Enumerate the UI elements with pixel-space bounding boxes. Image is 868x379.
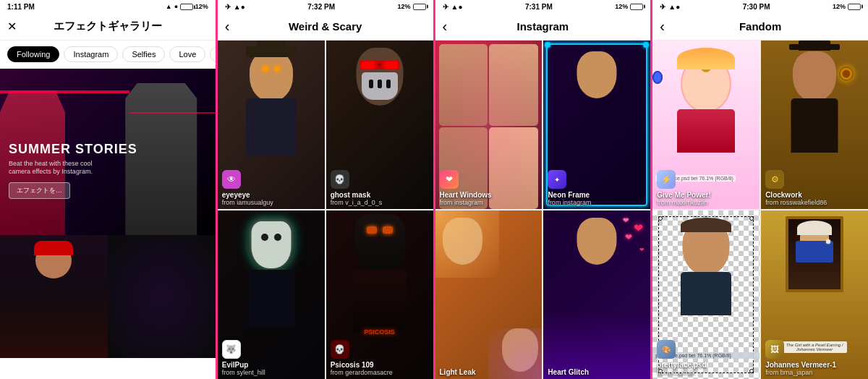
effect-give-me-power[interactable]: prettyface.psd bei 76.1% (RGB/8) ⚡ Give … [652, 41, 760, 209]
label-clockwork: Clockwork from rosswakefield86 [765, 191, 827, 206]
label-ghost-mask: ghost mask from v_i_a_d_0_s [331, 191, 383, 206]
hero-subtitle: Beat the heat with these cool camera eff… [9, 160, 103, 176]
gallery-title: エフェクトギャラリー [54, 20, 162, 33]
hero-text-block: SUMMER STORIES Beat the heat with these … [9, 142, 137, 199]
effect-icon-eyeyeye: 👁 [222, 170, 241, 189]
effect-icon-psicosis: 💀 [331, 340, 349, 359]
tag-selfies[interactable]: Selfies [122, 46, 165, 62]
tag-following[interactable]: Following [7, 46, 59, 62]
effect-icon-give-me-power: ⚡ [657, 170, 676, 189]
effect-icon-heart-windows: ❤ [440, 170, 459, 189]
instagram-title: Instagram [517, 20, 569, 33]
fandom-title: Fandom [739, 20, 781, 33]
weird-scary-grid: 👁 eyeyeye from iamusualguy [218, 41, 433, 379]
status-left-3: ✈ ▲● [443, 3, 463, 11]
panel-weird-scary: ✈ ▲● 7:32 PM 12% ‹ Weird & Scary [218, 0, 435, 379]
airplane-icon-3: ✈ [443, 3, 448, 11]
signal-icon-3: ▲● [451, 3, 463, 11]
label-neon-frame: Neon Frame from instagram [548, 191, 591, 206]
effect-prettyface-psd[interactable]: prettyface.psd bei 76.1% (RGB/8) 🎨 prett… [652, 210, 760, 379]
fandom-grid: prettyface.psd bei 76.1% (RGB/8) ⚡ Give … [652, 41, 868, 379]
back-button-3[interactable]: ‹ [443, 18, 448, 35]
time-3: 7:31 PM [525, 3, 553, 11]
nav-header-4: ‹ Fandom [652, 13, 868, 41]
hero-title: SUMMER STORIES [9, 142, 137, 157]
label-give-me-power: Give Me Power! from maximkuzlin [657, 191, 710, 206]
signal-icon-4: ▲● [668, 3, 680, 11]
panel-effect-gallery: 1:11 PM ▲ ● 12% ✕ エフェクトギャラリー Following I… [0, 0, 218, 379]
status-bar-2: ✈ ▲● 7:32 PM 12% [218, 0, 433, 13]
time-1: 1:11 PM [7, 3, 35, 11]
nav-header-3: ‹ Instagram [435, 13, 651, 41]
signal-icon-1: ▲ [166, 3, 172, 10]
battery-bar-2 [413, 4, 426, 10]
bottom-right-whatever: #WHATEVER [108, 235, 216, 358]
label-psicosis: Psicosis 109 from gerardomasacre [331, 361, 393, 376]
effect-ghost-mask[interactable]: 💀 ghost mask from v_i_a_d_0_s [326, 41, 433, 209]
label-heart-windows: Heart Windows from instagram [440, 191, 492, 206]
back-button-4[interactable]: ‹ [660, 18, 665, 35]
weird-scary-title: Weird & Scary [289, 20, 362, 33]
status-icons-1: ▲ ● 12% [166, 3, 208, 10]
airplane-icon-4: ✈ [660, 3, 665, 11]
label-eyeyeye: eyeyeye from iamusualguy [222, 191, 273, 206]
panel1-bottom-row: #WHATEVER [0, 235, 216, 358]
label-heart-glitch: Heart Glitch [548, 368, 589, 376]
label-prettyface: prettyface.psd from koolmiik [657, 361, 706, 376]
time-4: 7:30 PM [743, 3, 770, 11]
nav-header-1: ✕ エフェクトギャラリー [0, 13, 216, 41]
effect-evil-pup[interactable]: 🐺 EvilPup from sylent_hill [218, 210, 325, 379]
battery-icon-1: 12% [180, 3, 208, 10]
status-icons-4: 12% [833, 3, 861, 10]
effect-light-leak[interactable]: Light Leak [435, 210, 542, 379]
instagram-grid: ❤ Heart Windows from instagram ✦ [435, 41, 651, 379]
panel-instagram: ✈ ▲● 7:31 PM 12% ‹ Instagram [435, 0, 653, 379]
panel-fandom: ✈ ▲● 7:30 PM 12% ‹ Fandom [652, 0, 868, 379]
signal-icon-2: ▲● [234, 3, 245, 11]
battery-pct-3: 12% [615, 3, 628, 10]
status-icons-2: 12% [397, 3, 425, 10]
status-bar-3: ✈ ▲● 7:31 PM 12% [435, 0, 651, 13]
nav-header-2: ‹ Weird & Scary [218, 13, 433, 41]
hero-cta-button[interactable]: エフェクトを… [9, 182, 70, 199]
effect-neon-frame[interactable]: ✦ Neon Frame from instagram [543, 41, 650, 209]
effect-icon-vermeer: 🖼 [765, 340, 784, 359]
wifi-icon-1: ● [174, 3, 178, 10]
status-bar-1: 1:11 PM ▲ ● 12% [0, 0, 216, 13]
vermeer-caption: The Girl with a Pearl Earring / Johannes… [782, 341, 847, 353]
bottom-left-photo [0, 235, 108, 358]
label-vermeer: Johannes Vermeer-1 from bma_japan [765, 361, 836, 376]
effect-icon-prettyface: 🎨 [657, 340, 676, 359]
battery-bar-4 [848, 4, 861, 10]
effect-heart-glitch[interactable]: ❤ ❤ ❤ ❤ Heart Glitch [543, 210, 650, 379]
effect-icon-clockwork: ⚙ [765, 170, 784, 189]
label-light-leak: Light Leak [440, 368, 476, 376]
effect-clockwork[interactable]: ⚙ Clockwork from rosswakefield86 [761, 41, 868, 209]
effect-icon-neon-frame: ✦ [548, 170, 566, 189]
status-icons-3: 12% [615, 3, 643, 10]
status-bar-4: ✈ ▲● 7:30 PM 12% [652, 0, 868, 13]
hero-banner: SUMMER STORIES Beat the heat with these … [0, 69, 216, 235]
tag-instagram[interactable]: Instagram [64, 46, 118, 62]
battery-bar-3 [630, 4, 643, 10]
battery-pct-2: 12% [397, 3, 410, 10]
effect-psicosis[interactable]: PSICOSIS 💀 Psicosis 109 from gerardomasa… [326, 210, 433, 379]
close-button-1[interactable]: ✕ [7, 20, 17, 33]
battery-pct-4: 12% [833, 3, 846, 10]
effect-icon-evil-pup: 🐺 [222, 340, 241, 359]
effect-eyeyeye[interactable]: 👁 eyeyeye from iamusualguy [218, 41, 325, 209]
filter-tags: Following Instagram Selfies Love Colo… [0, 41, 216, 69]
tag-love[interactable]: Love [169, 46, 205, 62]
back-button-2[interactable]: ‹ [225, 18, 230, 35]
effect-vermeer[interactable]: The Girl with a Pearl Earring / Johannes… [761, 210, 868, 379]
label-evil-pup: EvilPup from sylent_hill [222, 361, 265, 376]
tag-color[interactable]: Colo… [210, 46, 215, 62]
status-left-2: ✈ ▲● [225, 3, 245, 11]
effect-icon-ghost-mask: 💀 [331, 170, 349, 189]
effect-heart-windows[interactable]: ❤ Heart Windows from instagram [435, 41, 542, 209]
status-left-4: ✈ ▲● [660, 3, 680, 11]
airplane-icon-2: ✈ [225, 3, 231, 11]
time-2: 7:32 PM [307, 3, 335, 11]
